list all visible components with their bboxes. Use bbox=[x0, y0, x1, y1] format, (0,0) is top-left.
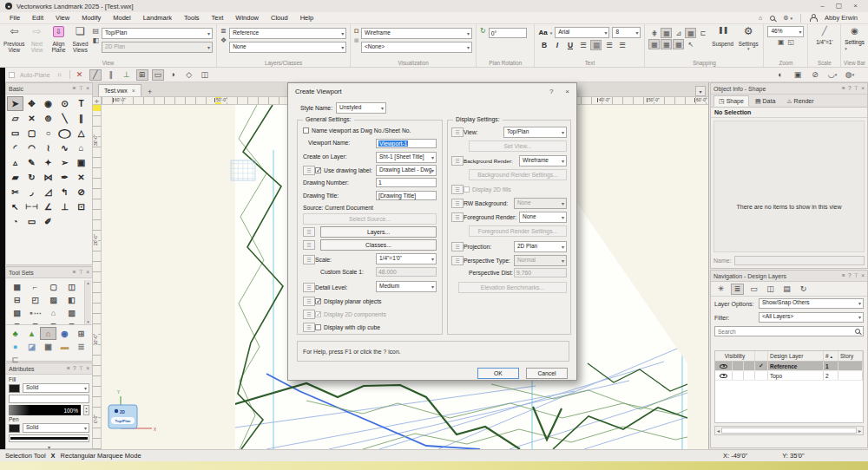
layers-icon[interactable]: ≣ bbox=[220, 28, 227, 35]
hardscape-tool[interactable]: ≣ bbox=[73, 340, 89, 353]
scale-dropdown[interactable]: 1/4"=1'0" bbox=[376, 253, 437, 264]
style-override-icon[interactable]: ☰ bbox=[451, 242, 464, 251]
font-size-dropdown[interactable]: 8 bbox=[612, 27, 641, 38]
flyover-tool[interactable]: ◉ bbox=[40, 96, 56, 111]
palette-menu-icon[interactable]: ≡ bbox=[73, 269, 76, 276]
italic-button[interactable]: I bbox=[551, 40, 562, 50]
view-direction-dropdown[interactable]: Top/Plan bbox=[503, 127, 567, 138]
custom-scale-field[interactable]: 48.000 bbox=[376, 267, 437, 277]
menu-window[interactable]: Window bbox=[229, 14, 265, 22]
layer-row-topo[interactable]: Topo 2 bbox=[715, 371, 863, 381]
style-override-icon[interactable]: ☰ bbox=[303, 323, 315, 332]
pen-style-dropdown[interactable]: Solid bbox=[23, 423, 89, 433]
snap-to-edge-icon[interactable]: ⊏ bbox=[697, 28, 708, 38]
render-style-dropdown[interactable]: <None> bbox=[361, 42, 472, 53]
search-icon[interactable] bbox=[770, 16, 775, 21]
snap-to-grid-icon[interactable]: ⋕ bbox=[648, 28, 660, 38]
table-header-row[interactable]: Visibility Design Layer # ▴ Story bbox=[715, 351, 863, 362]
style-name-dropdown[interactable]: Unstyled bbox=[336, 102, 386, 114]
ruler-tool[interactable]: ▬ bbox=[56, 340, 73, 353]
close-icon[interactable]: × bbox=[86, 85, 89, 92]
style-override-icon[interactable]: ☰ bbox=[303, 310, 315, 319]
display-2d-fills-checkbox[interactable] bbox=[464, 186, 470, 193]
menu-cloud[interactable]: Cloud bbox=[265, 14, 294, 22]
layer-row-reference[interactable]: ✓ Reference 1 bbox=[715, 362, 863, 371]
water-tool[interactable]: ● bbox=[7, 340, 23, 353]
menu-tools[interactable]: Tools bbox=[178, 14, 206, 22]
visibility-eye-icon[interactable] bbox=[720, 364, 727, 369]
saved-views-button[interactable]: ❏Saved Views bbox=[70, 26, 89, 58]
next-view-button[interactable]: ⇨Next View bbox=[28, 26, 47, 58]
search-input[interactable] bbox=[718, 329, 855, 335]
tool-sets-scrollbar[interactable]: ▴▾ bbox=[84, 280, 91, 324]
tab-data[interactable]: ▤Data bbox=[750, 95, 780, 107]
drawing-label-dropdown[interactable]: Drawing Label - Dwg bbox=[376, 165, 437, 176]
menu-view[interactable]: View bbox=[49, 14, 76, 22]
snap-to-angle-icon[interactable]: ⊿ bbox=[673, 28, 684, 38]
palette-menu-icon[interactable]: ≡ bbox=[842, 272, 845, 279]
tab-list-icon[interactable]: ▾ bbox=[695, 86, 706, 96]
pin-icon[interactable]: ⊤ bbox=[79, 365, 84, 372]
stake-object-tool[interactable]: ▭ bbox=[23, 214, 40, 229]
close-icon[interactable]: × bbox=[861, 85, 865, 92]
tab-shape[interactable]: ◳Shape bbox=[713, 95, 749, 107]
help-icon[interactable]: ? bbox=[73, 365, 76, 372]
line-tool[interactable]: ╲ bbox=[56, 111, 73, 126]
close-icon[interactable]: × bbox=[86, 365, 89, 372]
text-tool[interactable]: T bbox=[73, 96, 89, 111]
object-name-field[interactable] bbox=[734, 256, 865, 265]
align-center-button[interactable]: ▦ bbox=[590, 40, 602, 50]
scale-value[interactable]: 1/4"=1' bbox=[816, 39, 832, 45]
classes-button[interactable]: Classes... bbox=[320, 239, 437, 251]
pen-color-swatch[interactable] bbox=[9, 424, 20, 433]
menu-modify[interactable]: Modify bbox=[76, 14, 107, 22]
viewport-stamp[interactable] bbox=[108, 405, 137, 428]
close-icon[interactable]: × bbox=[861, 272, 865, 279]
new-tab-icon[interactable]: + bbox=[148, 88, 152, 96]
truss-tool[interactable]: ⊓ bbox=[26, 319, 44, 324]
dimension-tool[interactable]: ∘⋯ bbox=[26, 306, 44, 319]
polyline-tool[interactable]: ≀ bbox=[40, 140, 56, 155]
connect-combine-tool[interactable]: ↰ bbox=[56, 185, 73, 199]
saved-views-mode-icon[interactable]: ▤ bbox=[780, 284, 793, 295]
tab-close-icon[interactable]: × bbox=[132, 88, 135, 94]
scroll-left-icon[interactable]: ◂ bbox=[717, 428, 720, 434]
working-plane-icon[interactable]: ⌗ bbox=[54, 69, 66, 81]
palette-menu-icon[interactable]: ≡ bbox=[842, 85, 845, 92]
menu-model[interactable]: Model bbox=[107, 14, 136, 22]
project-tool[interactable]: ⊥ bbox=[56, 199, 73, 214]
selection-tool[interactable]: ➤ bbox=[7, 96, 23, 111]
object-info-header[interactable]: Object Info - Shape ≡ ? ⊤ × bbox=[711, 83, 867, 95]
fill-color-bar[interactable] bbox=[9, 395, 89, 403]
display-clip-cube-checkbox[interactable] bbox=[315, 324, 321, 330]
style-override-icon[interactable]: ☰ bbox=[303, 227, 315, 237]
column-tool[interactable]: ◫ bbox=[62, 280, 81, 293]
pan-tool[interactable]: ✥ bbox=[23, 96, 40, 111]
layers-button[interactable]: Layers... bbox=[320, 226, 437, 238]
polygon-marquee-icon[interactable]: ◇ bbox=[183, 69, 195, 81]
visibility-eye-icon[interactable] bbox=[720, 374, 727, 378]
dialog-close-icon[interactable]: × bbox=[565, 88, 569, 95]
delete-point-tool[interactable]: ✕ bbox=[23, 111, 40, 126]
design-layers-mode-icon[interactable]: ≣ bbox=[731, 284, 744, 295]
slab-tool[interactable]: ◧ bbox=[62, 293, 81, 306]
name-as-dwg-checkbox[interactable] bbox=[303, 127, 309, 134]
double-line-tool[interactable]: ∥ bbox=[73, 111, 89, 126]
delete-tool[interactable]: ✕ bbox=[73, 170, 89, 185]
basic-palette-header[interactable]: Basic ≡ ⊤ × bbox=[6, 83, 92, 95]
style-override-icon[interactable]: ☰ bbox=[303, 255, 315, 264]
fit-page-icon[interactable]: ◱ bbox=[787, 39, 794, 46]
plan-rotation-field[interactable]: 0° bbox=[489, 28, 527, 38]
layer-options-dropdown[interactable]: Show/Snap Others bbox=[759, 298, 864, 309]
protractor-tool[interactable]: ◔ bbox=[7, 214, 23, 229]
drawing-label-tool[interactable]: ▱ bbox=[7, 111, 23, 126]
user-icon[interactable] bbox=[809, 14, 817, 22]
menu-file[interactable]: File bbox=[3, 14, 26, 22]
menu-help[interactable]: Help bbox=[294, 14, 319, 22]
smart-edge-icon[interactable]: ▦ bbox=[673, 39, 684, 49]
fill-color-swatch[interactable] bbox=[9, 384, 20, 393]
zoom-tool[interactable]: ⊙ bbox=[56, 96, 73, 111]
plant-tool[interactable]: ♣ bbox=[7, 327, 23, 340]
render-mode-icon[interactable]: ◘ bbox=[354, 28, 358, 35]
view-bar-settings[interactable]: Settings ▾ bbox=[845, 39, 865, 51]
